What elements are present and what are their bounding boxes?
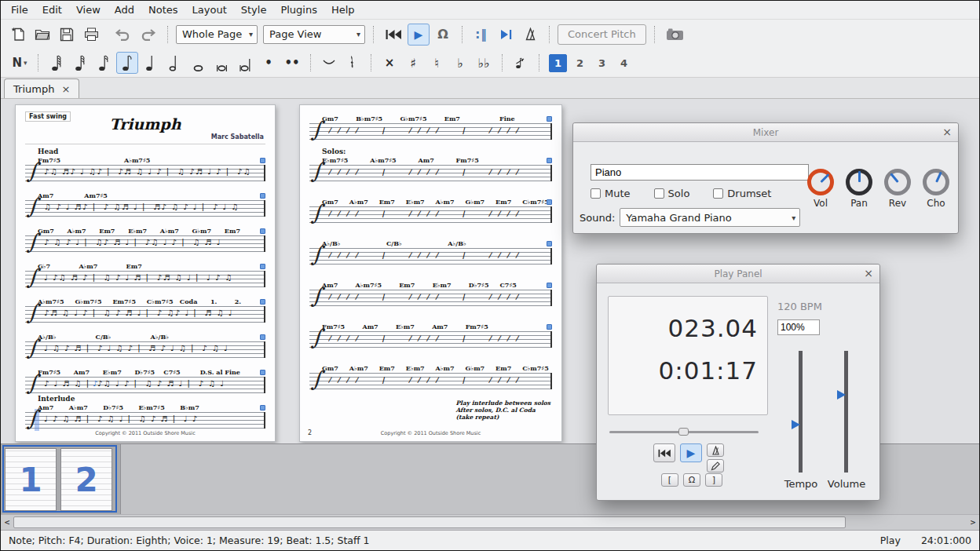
score-system[interactable]: Gm7 A♭m7 Em7 E♭m7 A♭m7 G♭m7 Em7 C♭m7♯5 ∫… bbox=[309, 198, 552, 223]
whole-note-button[interactable] bbox=[187, 52, 209, 74]
image-capture-button[interactable] bbox=[663, 24, 687, 46]
menu-layout[interactable]: Layout bbox=[185, 2, 234, 17]
rewind-button[interactable] bbox=[382, 24, 405, 46]
staff-line[interactable]: ∫ ♪♬ ♫ ♩ ♪ | ♫ ♪ ♬ ♩ | ♪ ♫♪ ♩ | ♬ ♫ ♩ bbox=[25, 306, 265, 323]
pan-score-button[interactable] bbox=[495, 24, 517, 46]
mute-checkbox[interactable]: Mute bbox=[591, 188, 631, 199]
play-panel-titlebar[interactable]: Play Panel × bbox=[597, 265, 879, 283]
tempo-percent-input[interactable] bbox=[777, 319, 820, 335]
score-system[interactable]: Solos: E♭m7♯5 A♭m7♯5 Am7 Fm7♯5 ∫ / / / /… bbox=[309, 156, 552, 181]
play-button-panel[interactable]: ▶ bbox=[680, 443, 702, 462]
rewind-button-panel[interactable] bbox=[653, 443, 675, 462]
staff-line[interactable]: ∫ ♪♫ ♬♪ ♩ ♫♪ | ♪♬ ♫ ♩ ♪ | ♫ ♪♬ ♩ ♪ | ♪♫ … bbox=[25, 165, 265, 181]
navigator-viewport[interactable] bbox=[2, 445, 117, 513]
solo-checkbox[interactable]: Solo bbox=[654, 188, 690, 199]
score-system[interactable]: A♭m7♯5 G♭m7♯5 Em7♯5 C♭m7♯5 Coda 1. 2. ∫ … bbox=[25, 297, 265, 323]
menu-style[interactable]: Style bbox=[234, 2, 274, 17]
metronome-toggle-button[interactable] bbox=[707, 443, 724, 457]
rest-button[interactable] bbox=[342, 52, 364, 74]
redo-button[interactable] bbox=[137, 24, 159, 46]
volume-knob[interactable]: Vol bbox=[805, 169, 836, 209]
play-panel-close-icon[interactable]: × bbox=[864, 267, 873, 279]
play-button[interactable]: ▶ bbox=[408, 24, 430, 46]
score-system[interactable]: Gm7 A♭m7 Em7 E♭m7 A♭m7 G♭m7 Em7 C♭m7♯5 ∫… bbox=[309, 364, 552, 389]
sharp-button[interactable]: ♯ bbox=[402, 52, 424, 74]
menu-notes[interactable]: Notes bbox=[141, 2, 185, 17]
position-slider-handle[interactable] bbox=[678, 428, 689, 436]
chorus-knob[interactable]: Cho bbox=[920, 169, 952, 209]
concert-pitch-button[interactable]: Concert Pitch bbox=[558, 24, 646, 45]
position-slider[interactable] bbox=[609, 428, 759, 436]
voice-2-button[interactable]: 2 bbox=[571, 54, 589, 72]
voice-4-button[interactable]: 4 bbox=[615, 54, 633, 72]
staff-line[interactable]: ∫ / / / / | / / / / | / / / / | / / / / bbox=[309, 373, 552, 389]
menu-view[interactable]: View bbox=[69, 2, 108, 17]
menu-add[interactable]: Add bbox=[108, 2, 141, 17]
score-system[interactable]: Fm7♯5 Am7 E♭m7 D♭7♯5 C7♯5 D.S. al Fine ∫… bbox=[25, 368, 265, 393]
horizontal-scrollbar[interactable]: < > bbox=[1, 514, 979, 530]
score-title[interactable]: Triumph bbox=[25, 115, 265, 133]
menu-plugins[interactable]: Plugins bbox=[273, 2, 324, 17]
view-mode-select[interactable]: Page View ▾ bbox=[263, 25, 365, 44]
grace-note-button[interactable] bbox=[510, 52, 532, 74]
score-system[interactable]: Fm7♯5 Am7 E♭m7 Am7 Fm7♯5 ∫ / / / / | / /… bbox=[309, 323, 552, 348]
drumset-checkbox[interactable]: Drumset bbox=[713, 188, 771, 199]
score-system[interactable]: Am7 Am7♯5 ∫ ♫ ♪ ♩ ♬♪ | ♪ ♫♬ ♩ | ♬♪ ♫ ♪ ♩… bbox=[25, 192, 265, 217]
double-flat-button[interactable]: ♭♭ bbox=[473, 52, 495, 74]
score-system[interactable]: Am7 A♭m7♯5 Em7 E♭m7 D♭7♯5 C7♯5 ∫ / / / /… bbox=[309, 281, 552, 306]
menu-help[interactable]: Help bbox=[324, 2, 362, 17]
menu-file[interactable]: File bbox=[4, 2, 35, 17]
staff-line[interactable]: ∫ / / / / | / / / / | / / / / | / / / / bbox=[309, 206, 552, 223]
part-name-input[interactable] bbox=[591, 164, 809, 181]
tempo-slider[interactable] bbox=[799, 351, 803, 473]
staff-line[interactable]: ∫ ♫ ♪ ♩ ♬♪ | ♪ ♫♬ ♩ | ♬♪ ♫ ♪ ♩ | ♪ ♩ ♫ bbox=[25, 200, 265, 217]
staff-line[interactable]: ∫ ♩ ♪♫ ♬ ♪ | ♫ ♪ ♩ ♬ | ♪♬ ♫ ♩ | ♩ ♪ ♫ bbox=[25, 271, 265, 287]
loop-playback-button[interactable]: Ω bbox=[432, 24, 454, 46]
mixer-titlebar[interactable]: Mixer × bbox=[573, 123, 958, 142]
double-dot-button[interactable]: •• bbox=[281, 52, 303, 74]
8th-note-button[interactable] bbox=[116, 52, 138, 74]
score-system[interactable]: Head Fm7♯5 A♭m7♯5 ∫ ♪♫ ♬♪ ♩ ♫♪ | ♪♬ ♫ ♩ … bbox=[25, 156, 265, 181]
double-sharp-button[interactable]: × bbox=[378, 52, 400, 74]
tempo-slider-handle[interactable] bbox=[792, 420, 800, 429]
volume-slider-handle[interactable] bbox=[837, 390, 846, 400]
mixer-close-icon[interactable]: × bbox=[942, 126, 952, 138]
longa-note-button[interactable] bbox=[234, 52, 256, 74]
score-system[interactable]: A♭/B♭ C/B♭ A♭/B♭ ∫ / / / / | / / / / | /… bbox=[309, 239, 552, 265]
staff-line[interactable]: ∫ ♪ ♩ ♬ ♫ | ♪♫ ♩ ♪ | ♫ ♪ ♬ ♩ | ♪ ♫ ♩ ♪ bbox=[25, 377, 265, 393]
tab-triumph[interactable]: Triumph × bbox=[4, 78, 79, 98]
pan-toggle-button[interactable] bbox=[707, 459, 724, 473]
staff-line[interactable]: ∫ ♩ ♫ ♪ ♬ | ♪ ♩ ♫ ♪ | ♬ ♪ ♩ ♫ | ♪ ♫ ♩ bbox=[25, 341, 265, 358]
score-system[interactable]: Interlude Am7 A♭m7 D♭7♯5 E♭m7♯5 B♭m7 ∫ ♩… bbox=[25, 403, 265, 429]
selected-note[interactable]: ♪ bbox=[93, 379, 97, 388]
staff-line[interactable]: ∫ ♩ ♪ ♫ ♬ | ♪ ♫ ♩ | ♫ ♪ ♬ | ♩ ♪ bbox=[25, 412, 265, 429]
staff-line[interactable]: ∫ / / / / | / / / / | / / / / | / / / / bbox=[309, 290, 552, 306]
menu-edit[interactable]: Edit bbox=[35, 2, 69, 17]
save-button[interactable] bbox=[56, 24, 78, 46]
zoom-select[interactable]: Whole Page ▾ bbox=[176, 25, 258, 44]
play-repeats-button[interactable]: :‖ bbox=[470, 24, 492, 46]
16th-note-button[interactable] bbox=[93, 52, 115, 74]
composer-text[interactable]: Marc Sabatella bbox=[211, 133, 264, 140]
voice-1-button[interactable]: 1 bbox=[549, 54, 567, 72]
score-system[interactable]: A♭/B♭ C/B♭ A♭/B♭ ∫ ♩ ♫ ♪ ♬ | ♪ ♩ ♫ ♪ | ♬… bbox=[25, 333, 265, 358]
volume-slider[interactable] bbox=[844, 351, 848, 473]
scrollbar-thumb[interactable] bbox=[13, 516, 846, 528]
loop-out-button[interactable]: ] bbox=[705, 473, 722, 487]
augmentation-dot-button[interactable]: • bbox=[258, 52, 280, 74]
sound-select[interactable]: Yamaha Grand Piano ▾ bbox=[620, 208, 800, 227]
pan-knob[interactable]: Pan bbox=[843, 169, 875, 209]
print-button[interactable] bbox=[80, 24, 102, 46]
tab-close-icon[interactable]: × bbox=[61, 83, 70, 95]
staff-line[interactable]: ∫ / / / / | / / / / | / / / / | / / / / bbox=[309, 123, 552, 140]
staff-line[interactable]: ∫ / / / / | / / / / | / / / / | / / / / bbox=[309, 331, 552, 348]
staff-line[interactable]: ∫ ♪ ♫ ♪ ♩ | ♫♪ ♬ ♩ | ♪♫ ♩ ♪ | ♫ ♬ ♩ bbox=[25, 235, 265, 252]
score-system[interactable]: Gm7 A♭m7 Em7 E♭m7 A♭m7 G♭m7 Em7 ∫ ♪ ♫ ♪ … bbox=[25, 227, 265, 252]
open-file-button[interactable] bbox=[31, 24, 53, 46]
metronome-button[interactable] bbox=[519, 24, 541, 46]
score-system[interactable]: Gm7 B♭m7♯5 G♭m7♯5 Em7 Fine ∫ / / / / | /… bbox=[309, 115, 552, 140]
voice-3-button[interactable]: 3 bbox=[593, 54, 611, 72]
new-score-button[interactable] bbox=[7, 24, 29, 46]
scroll-right-arrow[interactable]: > bbox=[967, 515, 979, 530]
flat-button[interactable]: ♭ bbox=[449, 52, 471, 74]
